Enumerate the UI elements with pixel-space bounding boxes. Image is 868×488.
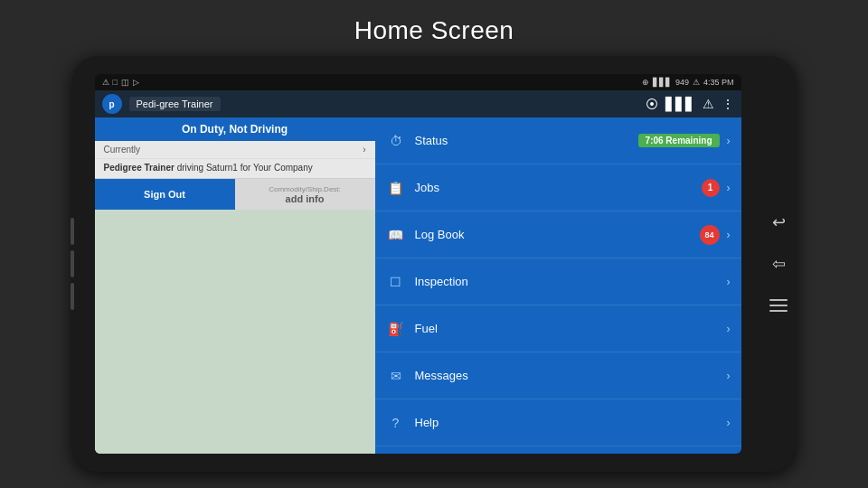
volume-up-button[interactable] (71, 218, 74, 245)
help-label: Help (415, 416, 727, 429)
fuel-label: Fuel (415, 322, 727, 335)
status-bar-left: ⚠ □ ◫ ▷ (102, 78, 139, 87)
bluetooth-status-icon: ⦿ (646, 97, 658, 111)
menu-item-status[interactable]: ⏱Status7:06 Remaining› (375, 117, 741, 164)
jobs-badge: 1 (702, 179, 720, 197)
inspection-label: Inspection (415, 275, 727, 288)
menu-item-inspection[interactable]: ☐Inspection› (375, 258, 741, 305)
menu-item-jobs[interactable]: 📋Jobs1› (375, 164, 741, 211)
app-bar-actions: ⦿ ▋▋▋ ⚠ ⋮ (646, 97, 734, 111)
status-bar: ⚠ □ ◫ ▷ ⊕ ▋▋▋ 949 ⚠ 4:35 PM (95, 74, 741, 90)
sign-out-button[interactable]: Sign Out (95, 179, 235, 210)
app-tab-title[interactable]: Pedi-gree Trainer (129, 97, 221, 111)
tablet-frame: ⚠ □ ◫ ▷ ⊕ ▋▋▋ 949 ⚠ 4:35 PM p Pedi-gree … (72, 56, 796, 472)
commodity-label: Commodity/Ship.Dest: (269, 185, 341, 193)
menu-item-logbook[interactable]: 📖Log Book84› (375, 211, 741, 258)
tablet-nav-buttons: ↩ ⇦ (761, 56, 796, 472)
fuel-arrow: › (727, 323, 731, 335)
battery-text: 949 (675, 78, 689, 87)
menu-item-fuel[interactable]: ⛽Fuel› (375, 305, 741, 352)
inspection-arrow: › (727, 276, 731, 288)
messages-arrow: › (727, 370, 731, 382)
power-button[interactable] (71, 283, 74, 310)
warning-status-icon: ⚠ (703, 97, 714, 111)
warning-icon: ⚠ (102, 78, 109, 87)
driver-name: Pedigree Trainer (104, 163, 175, 173)
logbook-arrow: › (727, 229, 731, 241)
menu-line-3 (769, 310, 788, 312)
main-content: On Duty, Not Driving Currently › Pedigre… (95, 117, 741, 454)
status-arrow: › (727, 135, 731, 147)
map-area (95, 210, 375, 454)
home-button[interactable]: ⇦ (766, 251, 791, 277)
currently-arrow: › (363, 145, 365, 155)
right-panel: ⏱Status7:06 Remaining›📋Jobs1›📖Log Book84… (375, 117, 741, 454)
recents-button[interactable] (766, 293, 791, 318)
page-title: Home Screen (354, 16, 514, 45)
driving-text: driving Saturn1 for Your Company (177, 163, 313, 173)
left-panel: On Duty, Not Driving Currently › Pedigre… (95, 117, 375, 454)
jobs-arrow: › (727, 182, 731, 194)
add-info-label: add info (286, 193, 325, 204)
status-bar-right: ⊕ ▋▋▋ 949 ⚠ 4:35 PM (642, 78, 734, 87)
currently-row: Currently › (95, 141, 375, 159)
menu-item-messages[interactable]: ✉Messages› (375, 352, 741, 399)
jobs-label: Jobs (415, 181, 702, 194)
status-timer: 7:06 Remaining (638, 134, 720, 147)
logbook-person-badge: 84 (700, 225, 720, 245)
app-bar: p Pedi-gree Trainer ⦿ ▋▋▋ ⚠ ⋮ (95, 90, 741, 117)
wifi-icon: □ (113, 78, 118, 87)
help-icon: ? (386, 416, 406, 430)
fuel-icon: ⛽ (386, 322, 406, 336)
hardware-buttons (71, 218, 74, 310)
menu-line-2 (769, 305, 788, 306)
signal-bars-icon: ▋▋▋ (665, 97, 695, 111)
duty-status-bar[interactable]: On Duty, Not Driving (95, 117, 375, 141)
status-icon: ⏱ (386, 134, 406, 148)
more-options-icon[interactable]: ⋮ (722, 97, 734, 111)
alert-icon: ⚠ (693, 78, 700, 87)
menu-item-help[interactable]: ?Help› (375, 399, 741, 446)
play-icon: ▷ (133, 78, 139, 87)
device-screen: ⚠ □ ◫ ▷ ⊕ ▋▋▋ 949 ⚠ 4:35 PM p Pedi-gree … (95, 74, 741, 454)
jobs-icon: 📋 (386, 181, 406, 195)
menu-line-1 (769, 299, 788, 301)
status-label: Status (415, 134, 638, 147)
help-arrow: › (727, 417, 731, 429)
messages-label: Messages (415, 369, 727, 382)
bluetooth-icon: ⊕ (642, 78, 649, 87)
logbook-icon: 📖 (386, 228, 406, 242)
logbook-label: Log Book (415, 228, 700, 241)
volume-down-button[interactable] (71, 250, 74, 277)
add-info-section[interactable]: Commodity/Ship.Dest: add info (235, 179, 375, 210)
nfc-icon: ◫ (121, 78, 129, 87)
action-buttons: Sign Out Commodity/Ship.Dest: add info (95, 179, 375, 210)
messages-icon: ✉ (386, 369, 406, 383)
time-display: 4:35 PM (703, 78, 734, 87)
driver-info: Pedigree Trainer driving Saturn1 for You… (95, 159, 375, 179)
currently-label: Currently (104, 145, 141, 155)
app-logo: p (102, 94, 122, 114)
signal-icon: ▋▋▋ (653, 78, 672, 87)
back-button[interactable]: ↩ (766, 210, 791, 235)
inspection-icon: ☐ (386, 275, 406, 289)
